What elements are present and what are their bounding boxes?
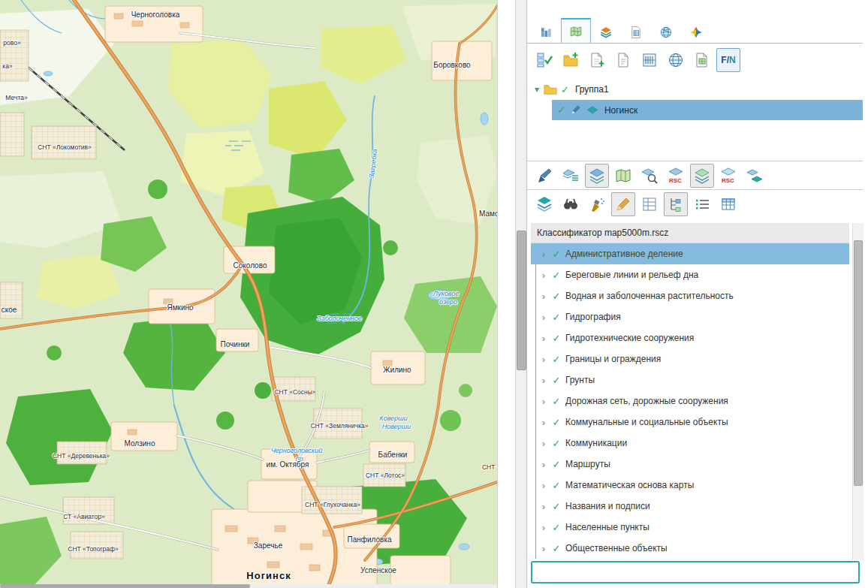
new-file-icon[interactable] <box>611 48 635 72</box>
layers-search-icon[interactable] <box>637 164 662 188</box>
classifier-layer-row[interactable]: › ✓ Грунты <box>531 369 849 390</box>
layers-visible-icon[interactable] <box>585 164 609 188</box>
classifier-scrollbar-thumb[interactable] <box>854 240 863 486</box>
expand-chevron-icon[interactable]: › <box>538 459 549 470</box>
paint-spray-icon[interactable] <box>585 192 609 216</box>
expand-chevron-icon[interactable]: › <box>538 501 549 512</box>
fn-toggle-button[interactable]: F/N <box>716 48 740 72</box>
globe-grid-icon[interactable] <box>664 48 688 72</box>
classifier-layer-row[interactable]: › ✓ Маршруты <box>531 454 849 475</box>
binoculars-icon[interactable] <box>559 192 583 216</box>
document-map-icon[interactable] <box>690 48 714 72</box>
separator <box>527 189 863 190</box>
expand-chevron-icon[interactable]: › <box>538 354 549 365</box>
map-database-icon[interactable] <box>637 48 662 72</box>
layer-check-icon[interactable]: ✓ <box>549 501 564 512</box>
classifier-layer-row[interactable]: › ✓ Дорожная сеть, дорожные сооружения <box>531 390 849 412</box>
map-horizontal-scrollbar[interactable] <box>0 584 497 588</box>
svg-text:RSC: RSC <box>669 177 682 184</box>
expander-icon[interactable]: ▾ <box>532 84 542 95</box>
classifier-layer-row[interactable]: › ✓ Коммунальные и социальные объекты <box>531 412 849 433</box>
layers-copy-icon[interactable] <box>743 164 767 188</box>
svg-text:RSC: RSC <box>722 177 734 184</box>
map-canvas[interactable]: Черноголовкарово»ка»Мечта»СНТ «Локомотив… <box>0 0 498 588</box>
table-document-icon[interactable] <box>637 192 662 216</box>
tab-project-tree[interactable] <box>531 21 561 44</box>
add-file-icon[interactable] <box>585 48 609 72</box>
layer-check-icon[interactable]: ✓ <box>549 396 564 407</box>
layer-check-icon[interactable]: ✓ <box>549 333 564 344</box>
classifier-layer-row[interactable]: › ✓ Гидротехнические сооружения <box>531 327 849 348</box>
tree-map-row-selected[interactable]: ✓ Ногинск <box>552 100 863 120</box>
expand-chevron-icon[interactable]: › <box>538 312 549 323</box>
expand-chevron-icon[interactable]: › <box>538 522 549 533</box>
layer-check-icon[interactable]: ✓ <box>549 291 564 302</box>
expand-chevron-icon[interactable]: › <box>538 270 549 281</box>
tab-geoprocessing[interactable] <box>681 21 711 44</box>
classifier-layer-row[interactable]: › ✓ Административное деление <box>531 243 849 264</box>
classifier-layer-row[interactable]: › ✓ Границы и ограждения <box>531 348 849 369</box>
classifier-layer-row[interactable]: › ✓ Коммуникации <box>531 433 849 454</box>
layer-label: Коммуникации <box>565 438 627 448</box>
classifier-title: Классификатор map5000m.rscz <box>537 228 668 238</box>
map-check-icon[interactable]: ✓ <box>557 104 565 116</box>
classifier-layer-row[interactable]: › ✓ Береговые линии и рельеф дна <box>531 264 849 285</box>
maps-list-icon[interactable] <box>532 48 556 72</box>
layer-label: Береговые линии и рельеф дна <box>565 270 698 280</box>
layer-check-icon[interactable]: ✓ <box>549 312 564 323</box>
layer-check-icon[interactable]: ✓ <box>549 354 564 365</box>
layer-check-icon[interactable]: ✓ <box>549 417 564 428</box>
tab-globe[interactable] <box>651 21 681 44</box>
classifier-layer-row[interactable]: › ✓ Гидрография <box>531 306 849 327</box>
tab-document-table[interactable] <box>621 21 651 44</box>
layer-check-icon[interactable]: ✓ <box>549 543 564 554</box>
layer-check-icon[interactable]: ✓ <box>549 249 564 260</box>
rsc-layers-icon[interactable]: RSC <box>664 164 688 188</box>
map-horizontal-scrollbar-thumb[interactable] <box>0 584 250 588</box>
group-check-icon[interactable]: ✓ <box>561 84 569 95</box>
expand-chevron-icon[interactable]: › <box>538 417 549 428</box>
side-panel: F/N ▾ ✓ Группа1 ✓ Ногинск <box>526 0 868 588</box>
list-view-icon[interactable] <box>690 192 714 216</box>
grid-view-icon[interactable] <box>716 192 740 216</box>
tree-group-row[interactable]: ▾ ✓ Группа1 <box>532 80 609 99</box>
classifier-filter-input[interactable] <box>531 561 860 583</box>
classifier-layer-row[interactable]: › ✓ Названия и подписи <box>531 496 849 517</box>
layer-label: Общественные объекты <box>565 543 668 553</box>
layer-check-icon[interactable]: ✓ <box>549 459 564 470</box>
tab-atlas[interactable] <box>591 21 621 44</box>
layer-check-icon[interactable]: ✓ <box>549 270 564 281</box>
expand-chevron-icon[interactable]: › <box>538 396 549 407</box>
expand-chevron-icon[interactable]: › <box>538 333 549 344</box>
layer-check-icon[interactable]: ✓ <box>549 522 564 533</box>
classifier-layer-row[interactable]: › ✓ Населенные пункты <box>531 517 849 538</box>
expand-chevron-icon[interactable]: › <box>538 375 549 386</box>
add-folder-icon[interactable] <box>559 48 583 72</box>
layer-check-icon[interactable]: ✓ <box>549 375 564 386</box>
map-sheet-icon[interactable] <box>611 164 635 188</box>
expand-chevron-icon[interactable]: › <box>538 291 549 302</box>
rsc-open-icon[interactable]: RSC <box>716 164 740 188</box>
classifier-layer-row[interactable]: › ✓ Общественные объекты <box>531 538 849 559</box>
layer-check-icon[interactable]: ✓ <box>549 480 564 491</box>
drafting-pen-icon[interactable] <box>532 164 556 188</box>
layers-all-icon[interactable] <box>690 164 714 188</box>
map-vertical-scrollbar-thumb[interactable] <box>517 231 526 370</box>
expand-chevron-icon[interactable]: › <box>538 543 549 554</box>
tree-view-icon[interactable] <box>664 192 688 216</box>
classifier-layer-row[interactable]: › ✓ Математическая основа карты <box>531 475 849 496</box>
expand-chevron-icon[interactable]: › <box>538 438 549 449</box>
expand-chevron-icon[interactable]: › <box>538 249 549 260</box>
document-table-tab-icon <box>629 26 643 39</box>
project-tree-tab-icon <box>539 26 553 39</box>
layers-toolbar: RSC RSC <box>532 164 769 188</box>
layer-label: Коммунальные и социальные объекты <box>565 417 728 427</box>
classifier-layer-row[interactable]: › ✓ Водная и заболоченная растительность <box>531 285 849 306</box>
edit-pencil-icon[interactable] <box>611 192 635 216</box>
layer-check-icon[interactable]: ✓ <box>549 438 564 449</box>
layers-list-icon[interactable] <box>559 164 583 188</box>
layers-stack-icon[interactable] <box>532 192 556 216</box>
tab-map[interactable] <box>561 18 591 44</box>
expand-chevron-icon[interactable]: › <box>538 480 549 491</box>
classifier-scrollbar[interactable] <box>852 223 863 560</box>
